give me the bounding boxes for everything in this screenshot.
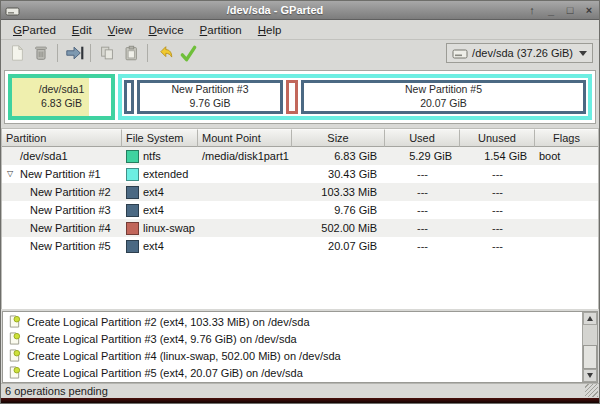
size-value: 6.83 GiB <box>292 147 385 165</box>
mount-point <box>198 219 292 237</box>
undo-button[interactable] <box>152 42 176 64</box>
used-value: --- <box>385 219 460 237</box>
menu-edit[interactable]: Edit <box>64 21 100 39</box>
filesystem-color-swatch <box>126 222 139 235</box>
maximize-button[interactable]: □ <box>564 5 576 16</box>
column-header-flags[interactable]: Flags <box>535 129 598 147</box>
chevron-down-icon <box>579 51 587 56</box>
operation-item[interactable]: Create Logical Partition #3 (ext4, 9.76 … <box>3 330 582 347</box>
filesystem-name: ext4 <box>143 237 164 255</box>
flags-value <box>535 219 598 237</box>
statusbar: 6 operations pending <box>1 383 599 398</box>
resize-move-button[interactable] <box>62 42 86 64</box>
used-value: --- <box>385 201 460 219</box>
column-header-mountpoint[interactable]: Mount Point <box>198 129 292 147</box>
operation-text: Create Logical Partition #4 (linux-swap,… <box>27 350 341 362</box>
menubar: GParted Edit View Device Partition Help <box>1 20 599 40</box>
scroll-down-button[interactable] <box>583 369 597 382</box>
partition-name: /dev/sda1 <box>20 147 68 165</box>
menu-partition[interactable]: Partition <box>192 21 250 39</box>
table-row-np3[interactable]: New Partition #3 ext4 9.76 GiB --- --- <box>2 201 598 219</box>
mount-point <box>198 165 292 183</box>
unused-value: --- <box>460 201 535 219</box>
menu-help[interactable]: Help <box>250 21 290 39</box>
toolbar: /dev/sda (37.26 GiB) <box>1 40 599 66</box>
flags-value: boot <box>535 147 598 165</box>
visual-partition-np2[interactable] <box>124 80 134 114</box>
new-partition-button[interactable] <box>5 42 29 64</box>
visual-partition-np5[interactable]: New Partition #5 20.07 GiB <box>301 80 586 114</box>
pending-operations-panel: Create Logical Partition #2 (ext4, 103.3… <box>2 311 598 383</box>
scrollbar-thumb[interactable] <box>583 345 597 369</box>
operation-text: Create Logical Partition #2 (ext4, 103.3… <box>27 316 310 328</box>
table-row-np5[interactable]: New Partition #5 ext4 20.07 GiB --- --- <box>2 237 598 255</box>
menu-gparted[interactable]: GParted <box>5 21 64 39</box>
scrollbar-track[interactable] <box>583 325 597 369</box>
window-title: /dev/sda - GParted <box>24 4 526 16</box>
desktop-edge-strip <box>1 398 599 403</box>
paste-icon <box>122 44 140 62</box>
delete-partition-button[interactable] <box>29 42 53 64</box>
flags-value <box>535 183 598 201</box>
visual-partition-np3[interactable]: New Partition #3 9.76 GiB <box>137 80 283 114</box>
disk-visual-area: /dev/sda1 6.83 GiB New Partition #3 9.76… <box>1 66 599 129</box>
partition-name: New Partition #2 <box>30 183 111 201</box>
operation-item[interactable]: Create Logical Partition #4 (linux-swap,… <box>3 347 582 364</box>
visual-extended-partition[interactable]: New Partition #3 9.76 GiB New Partition … <box>118 74 592 120</box>
table-header-row: Partition File System Mount Point Size U… <box>2 129 598 147</box>
column-header-unused[interactable]: Unused <box>460 129 535 147</box>
partition-label: New Partition #3 <box>171 83 248 97</box>
expander-open-icon[interactable]: ▽ <box>6 165 20 183</box>
visual-partition-np4-swap[interactable] <box>286 80 298 114</box>
unused-value: --- <box>460 219 535 237</box>
flags-value <box>535 201 598 219</box>
table-row-np4-swap[interactable]: New Partition #4 linux-swap 502.00 MiB -… <box>2 219 598 237</box>
arrow-down-icon <box>587 373 593 378</box>
disk-visual-bar: /dev/sda1 6.83 GiB New Partition #3 9.76… <box>4 70 596 124</box>
close-button[interactable]: × <box>583 5 595 16</box>
operation-text: Create Logical Partition #5 (ext4, 20.07… <box>27 367 303 379</box>
unused-value: --- <box>460 183 535 201</box>
unused-value: --- <box>460 165 535 183</box>
table-row-np2[interactable]: New Partition #2 ext4 103.33 MiB --- --- <box>2 183 598 201</box>
partition-name: New Partition #3 <box>30 201 111 219</box>
visual-partition-sda1[interactable]: /dev/sda1 6.83 GiB <box>8 74 115 120</box>
filesystem-color-swatch <box>126 240 139 253</box>
size-value: 30.43 GiB <box>292 165 385 183</box>
toolbar-separator <box>90 44 91 62</box>
titlebar[interactable]: /dev/sda - GParted ↑ _ □ × <box>1 1 599 20</box>
menu-view[interactable]: View <box>100 21 141 39</box>
table-row-sda1[interactable]: /dev/sda1 ntfs /media/disk1part1 6.83 Gi… <box>2 147 598 165</box>
apply-check-icon <box>178 44 198 63</box>
gparted-window: /dev/sda - GParted ↑ _ □ × GParted Edit … <box>0 0 600 404</box>
operations-list: Create Logical Partition #2 (ext4, 103.3… <box>3 312 582 382</box>
operation-item[interactable]: Create Logical Partition #2 (ext4, 103.3… <box>3 313 582 330</box>
column-header-used[interactable]: Used <box>385 129 460 147</box>
device-selector[interactable]: /dev/sda (37.26 GiB) <box>446 43 593 63</box>
harddisk-icon <box>452 46 468 60</box>
paste-button[interactable] <box>119 42 143 64</box>
table-row-np1-extended[interactable]: ▽New Partition #1 extended 30.43 GiB ---… <box>2 165 598 183</box>
operations-panel-wrap: Create Logical Partition #2 (ext4, 103.3… <box>1 309 599 383</box>
flags-value <box>535 237 598 255</box>
partition-label: /dev/sda1 <box>39 83 85 97</box>
scroll-up-button[interactable] <box>583 312 597 325</box>
partition-size: 20.07 GiB <box>420 97 467 111</box>
filesystem-name: extended <box>143 165 188 183</box>
column-header-size[interactable]: Size <box>292 129 385 147</box>
copy-button[interactable] <box>95 42 119 64</box>
used-value: --- <box>385 183 460 201</box>
resize-grip[interactable] <box>585 384 598 397</box>
shade-button[interactable]: ↑ <box>526 5 538 16</box>
operations-scrollbar[interactable] <box>582 312 597 382</box>
mount-point: /media/disk1part1 <box>198 147 292 165</box>
apply-button[interactable] <box>176 42 200 64</box>
minimize-button[interactable]: _ <box>545 5 557 16</box>
column-header-partition[interactable]: Partition <box>2 129 122 147</box>
partition-size: 9.76 GiB <box>190 97 231 111</box>
column-header-filesystem[interactable]: File System <box>122 129 198 147</box>
partition-name: New Partition #5 <box>30 237 111 255</box>
size-value: 502.00 MiB <box>292 219 385 237</box>
menu-device[interactable]: Device <box>140 21 191 39</box>
operation-item[interactable]: Create Logical Partition #5 (ext4, 20.07… <box>3 364 582 381</box>
